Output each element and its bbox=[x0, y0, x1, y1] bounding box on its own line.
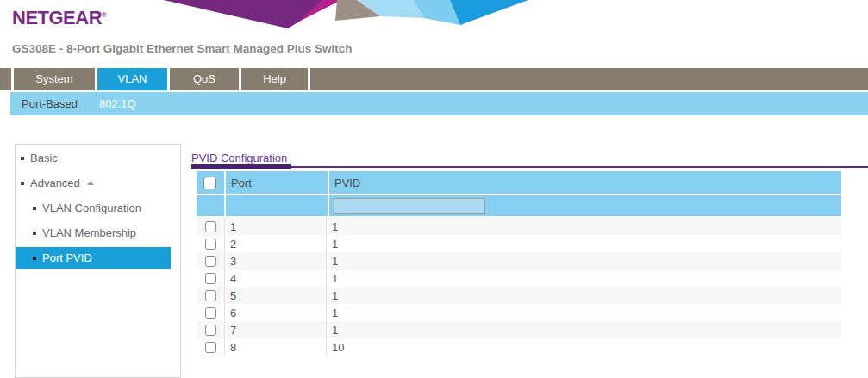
pvid-table-body: 1 1 2 1 3 1 4 1 5 1 6 1 bbox=[197, 218, 841, 356]
row-checkbox[interactable] bbox=[205, 307, 216, 319]
pvid-cell: 1 bbox=[326, 252, 841, 270]
switch-admin-page: NETGEAR® GS308E - 8-Port Gigabit Etherne… bbox=[0, 0, 868, 378]
row-check-cell bbox=[197, 338, 224, 356]
select-all-checkbox[interactable] bbox=[203, 177, 216, 189]
pvid-cell: 1 bbox=[326, 218, 841, 235]
pvid-table: Port PVID 1 1 2 1 bbox=[197, 171, 841, 356]
input-row-pvid-cell bbox=[329, 195, 841, 216]
row-checkbox[interactable] bbox=[205, 273, 216, 284]
bullet-icon bbox=[33, 207, 36, 210]
page-title: PVID Configuration bbox=[191, 146, 868, 168]
port-cell: 8 bbox=[224, 338, 326, 356]
pvid-cell: 1 bbox=[326, 270, 841, 287]
sidebar-item-label: Advanced bbox=[30, 177, 80, 189]
row-check-cell bbox=[197, 235, 224, 252]
top-nav: System VLAN QoS Help bbox=[0, 68, 868, 90]
pvid-cell: 10 bbox=[326, 338, 841, 356]
port-cell: 6 bbox=[224, 304, 326, 321]
tab-vlan[interactable]: VLAN bbox=[97, 68, 167, 90]
row-checkbox[interactable] bbox=[205, 256, 216, 267]
tab-help[interactable]: Help bbox=[241, 68, 308, 90]
pvid-cell: 1 bbox=[326, 287, 841, 304]
row-check-cell bbox=[197, 252, 224, 270]
logo-text: NETGEAR bbox=[12, 7, 102, 28]
table-row: 2 1 bbox=[197, 235, 841, 252]
row-check-cell bbox=[197, 270, 224, 287]
table-header-row: Port PVID bbox=[197, 171, 841, 194]
tab-qos[interactable]: QoS bbox=[170, 68, 239, 90]
bullet-icon bbox=[33, 257, 36, 260]
subnav-item-8021q[interactable]: 802.1Q bbox=[99, 97, 136, 110]
bullet-icon bbox=[21, 182, 24, 185]
table-row: 6 1 bbox=[197, 304, 841, 321]
pvid-cell: 1 bbox=[326, 235, 841, 252]
row-checkbox[interactable] bbox=[205, 325, 216, 336]
table-row: 3 1 bbox=[197, 252, 841, 270]
table-row: 7 1 bbox=[197, 321, 841, 338]
pvid-input[interactable] bbox=[334, 198, 485, 214]
sidebar-item-label: Port PVID bbox=[42, 251, 92, 264]
sidebar-item-vlan-configuration[interactable]: VLAN Configuration bbox=[16, 197, 180, 219]
bullet-icon bbox=[33, 232, 36, 235]
sidebar-item-label: VLAN Membership bbox=[42, 226, 136, 239]
row-check-cell bbox=[197, 287, 224, 304]
pvid-cell: 1 bbox=[326, 321, 841, 338]
port-column-header: Port bbox=[226, 171, 328, 194]
nav-left-stub bbox=[0, 68, 11, 90]
table-row: 4 1 bbox=[197, 270, 841, 287]
row-check-cell bbox=[197, 304, 224, 321]
bullet-icon bbox=[21, 157, 24, 160]
main-content: PVID Configuration Port PVID bbox=[191, 146, 868, 356]
row-check-cell bbox=[197, 321, 224, 338]
row-checkbox[interactable] bbox=[205, 342, 216, 353]
collapse-caret-icon bbox=[87, 181, 94, 185]
sidebar: Basic Advanced VLAN Configuration VLAN M… bbox=[15, 144, 181, 378]
port-cell: 2 bbox=[224, 235, 326, 252]
pvid-cell: 1 bbox=[326, 304, 841, 321]
port-cell: 5 bbox=[224, 287, 326, 304]
row-checkbox[interactable] bbox=[205, 239, 216, 250]
sidebar-menu: Basic Advanced VLAN Configuration VLAN M… bbox=[16, 147, 180, 269]
port-cell: 1 bbox=[224, 218, 326, 235]
sidebar-item-label: Basic bbox=[30, 152, 58, 164]
netgear-logo: NETGEAR® bbox=[12, 7, 106, 29]
row-checkbox[interactable] bbox=[205, 221, 216, 232]
table-row: 5 1 bbox=[197, 287, 841, 304]
sidebar-item-advanced[interactable]: Advanced bbox=[16, 172, 180, 194]
pvid-column-header: PVID bbox=[329, 171, 841, 194]
select-all-cell bbox=[197, 171, 224, 194]
port-cell: 3 bbox=[224, 252, 326, 270]
port-cell: 4 bbox=[224, 270, 326, 287]
sidebar-item-basic[interactable]: Basic bbox=[16, 147, 180, 169]
subnav-item-port-based[interactable]: Port-Based bbox=[22, 97, 78, 110]
table-row: 1 1 bbox=[197, 218, 841, 235]
table-input-row bbox=[197, 195, 841, 216]
table-row: 8 10 bbox=[197, 338, 841, 356]
nav-filler bbox=[310, 68, 868, 90]
input-row-port-cell bbox=[226, 195, 328, 216]
device-title: GS308E - 8-Port Gigabit Ethernet Smart M… bbox=[12, 42, 353, 55]
registered-mark: ® bbox=[102, 11, 106, 19]
sub-nav: Port-Based 802.1Q bbox=[10, 92, 868, 115]
tab-system[interactable]: System bbox=[14, 68, 95, 90]
sidebar-item-port-pvid[interactable]: Port PVID bbox=[16, 247, 171, 269]
sidebar-item-vlan-membership[interactable]: VLAN Membership bbox=[16, 222, 180, 244]
input-row-check-cell bbox=[197, 195, 224, 216]
row-checkbox[interactable] bbox=[205, 290, 216, 301]
row-check-cell bbox=[197, 218, 224, 235]
port-cell: 7 bbox=[224, 321, 326, 338]
sidebar-item-label: VLAN Configuration bbox=[42, 201, 141, 214]
